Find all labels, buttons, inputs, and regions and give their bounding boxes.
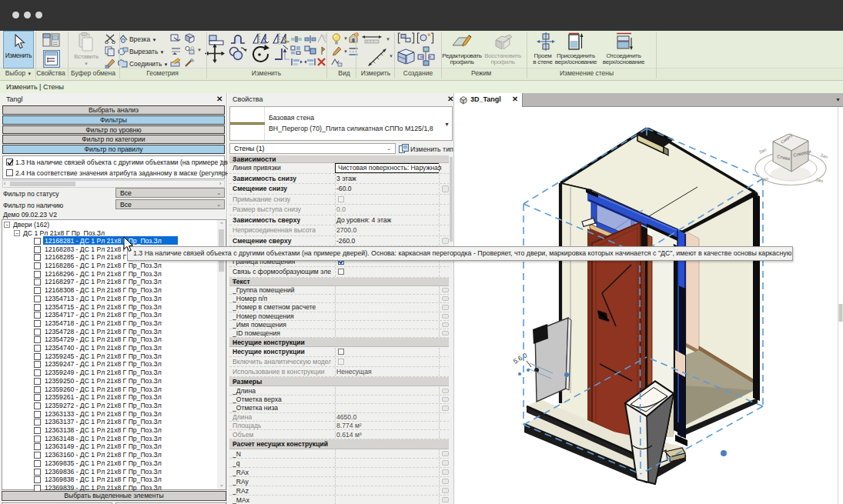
- svg-text:3ап: 3ап: [820, 152, 828, 159]
- svg-text:3ап: 3ап: [760, 176, 768, 183]
- svg-text:3ап: 3ап: [758, 147, 768, 155]
- svg-text:3ап: 3ап: [815, 177, 824, 183]
- svg-text:5.6.0: 5.6.0: [512, 351, 529, 365]
